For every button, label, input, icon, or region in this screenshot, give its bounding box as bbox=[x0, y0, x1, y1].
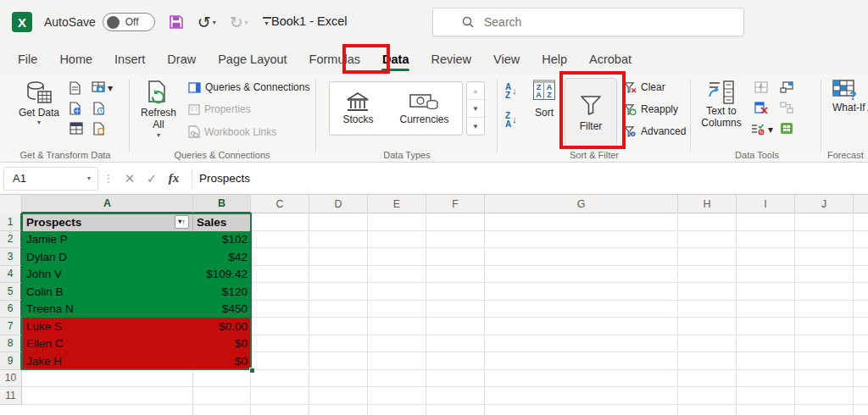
column-header-j[interactable]: J bbox=[795, 195, 854, 213]
search-input[interactable]: Search bbox=[432, 8, 744, 36]
row-header-7[interactable]: 7 bbox=[0, 318, 22, 335]
from-table-range-button[interactable]: ▾ bbox=[92, 81, 113, 94]
autosave-toggle-knob bbox=[107, 16, 120, 29]
column-header-g[interactable]: G bbox=[485, 195, 678, 213]
row-header-8[interactable]: 8 bbox=[0, 335, 22, 353]
tab-data[interactable]: Data bbox=[371, 44, 420, 75]
table-row[interactable]: Colin B $120 bbox=[22, 283, 251, 301]
chevron-down-icon: ▾ bbox=[157, 131, 160, 140]
remove-duplicates-button[interactable] bbox=[754, 102, 768, 113]
row-header-1[interactable]: 1 bbox=[0, 213, 22, 231]
prospect-cell[interactable]: Luke S bbox=[22, 318, 193, 335]
column-header-i[interactable]: I bbox=[737, 195, 795, 213]
cell-b1[interactable]: Sales bbox=[193, 213, 251, 231]
gallery-more-button[interactable]: ▼ bbox=[467, 118, 484, 135]
filter-dropdown-button[interactable]: ▾↑ bbox=[175, 215, 189, 229]
manage-data-model-button[interactable] bbox=[780, 122, 793, 135]
sort-ascending-button[interactable]: AZ↓ bbox=[505, 83, 517, 99]
row-header-5[interactable]: 5 bbox=[0, 283, 22, 301]
what-if-analysis-button[interactable]: ? What-If Analysis bbox=[832, 80, 868, 113]
sales-cell[interactable]: $0 bbox=[193, 335, 251, 353]
sales-cell[interactable]: $42 bbox=[193, 248, 251, 266]
column-header-b[interactable]: B bbox=[193, 195, 251, 213]
row-header-10[interactable]: 10 bbox=[0, 370, 22, 388]
from-text-csv-button[interactable] bbox=[70, 81, 81, 95]
sales-cell[interactable]: $0 bbox=[193, 352, 251, 370]
formula-content[interactable]: Prospects bbox=[199, 172, 250, 185]
consolidate-button[interactable] bbox=[780, 81, 793, 93]
from-web-button[interactable] bbox=[70, 102, 81, 115]
queries-connections-button[interactable]: Queries & Connections bbox=[188, 81, 309, 93]
select-all-corner[interactable] bbox=[0, 195, 22, 213]
prospect-cell[interactable]: Jamie P bbox=[22, 231, 193, 249]
excel-logo-icon[interactable]: X bbox=[12, 12, 32, 32]
sales-cell[interactable]: $109.42 bbox=[193, 266, 251, 284]
table-row[interactable]: John V $109.42 bbox=[22, 266, 251, 284]
table-row[interactable]: Treena N $450 bbox=[22, 301, 251, 318]
tab-file[interactable]: File bbox=[7, 44, 48, 75]
column-header-c[interactable]: C bbox=[251, 195, 309, 213]
column-header-a[interactable]: A bbox=[22, 195, 193, 213]
table-row[interactable]: Luke S $0.00 bbox=[22, 318, 251, 335]
tab-review[interactable]: Review bbox=[420, 44, 482, 75]
prospect-cell[interactable]: Jake H bbox=[22, 352, 193, 370]
recent-sources-button[interactable] bbox=[93, 102, 105, 115]
tab-home[interactable]: Home bbox=[48, 44, 103, 75]
prospect-cell[interactable]: Ellen C bbox=[22, 335, 193, 353]
tab-insert[interactable]: Insert bbox=[103, 44, 156, 75]
sales-cell[interactable]: $102 bbox=[193, 231, 251, 249]
tab-acrobat[interactable]: Acrobat bbox=[578, 44, 643, 75]
insert-function-button[interactable]: fx bbox=[163, 171, 185, 185]
tab-help[interactable]: Help bbox=[531, 44, 578, 75]
row-header-6[interactable]: 6 bbox=[0, 301, 22, 318]
get-data-button[interactable]: Get Data ▾ bbox=[15, 80, 63, 127]
prospect-cell[interactable]: Dylan D bbox=[22, 248, 193, 266]
currency-icon bbox=[409, 91, 439, 113]
tab-draw[interactable]: Draw bbox=[156, 44, 207, 75]
currencies-data-type[interactable]: Currencies bbox=[399, 91, 448, 125]
name-box[interactable]: A1 ▾ bbox=[3, 167, 98, 191]
sort-button[interactable]: ZAAZ Sort bbox=[527, 80, 561, 119]
sort-descending-button[interactable]: ZA↓ bbox=[505, 112, 517, 128]
reapply-filter-button[interactable]: Reapply bbox=[624, 103, 678, 115]
gallery-scroll-down-button[interactable]: ▼ bbox=[467, 100, 484, 118]
advanced-filter-button[interactable]: Advanced bbox=[624, 125, 686, 137]
row-header-9[interactable]: 9 bbox=[0, 352, 22, 370]
column-header-f[interactable]: F bbox=[426, 195, 485, 213]
table-row[interactable]: Jamie P $102 bbox=[22, 231, 251, 249]
row-header-2[interactable]: 2 bbox=[0, 231, 22, 249]
undo-button[interactable]: ↺▾ bbox=[198, 13, 216, 32]
table-row[interactable]: Dylan D $42 bbox=[22, 248, 251, 266]
prospect-cell[interactable]: Colin B bbox=[22, 283, 193, 301]
autosave-toggle[interactable]: Off bbox=[103, 13, 155, 31]
column-header-d[interactable]: D bbox=[309, 195, 368, 213]
cell-a1[interactable]: Prospects ▾↑ bbox=[22, 213, 193, 231]
sales-cell[interactable]: $0.00 bbox=[193, 318, 251, 335]
stocks-data-type[interactable]: Stocks bbox=[342, 91, 373, 125]
prospect-cell[interactable]: John V bbox=[22, 266, 193, 284]
data-validation-button[interactable]: ▾ bbox=[751, 123, 773, 136]
sales-cell[interactable]: $120 bbox=[193, 283, 251, 301]
tab-view[interactable]: View bbox=[482, 44, 531, 75]
refresh-all-button[interactable]: Refresh All ▾ bbox=[136, 80, 181, 139]
existing-connections-button[interactable] bbox=[70, 122, 83, 135]
table-row[interactable]: Ellen C $0 bbox=[22, 335, 251, 353]
undo-dropdown-icon[interactable]: ▾ bbox=[213, 19, 216, 26]
save-button[interactable] bbox=[169, 14, 184, 30]
row-header-3[interactable]: 3 bbox=[0, 248, 22, 266]
column-header-e[interactable]: E bbox=[368, 195, 426, 213]
tab-page-layout[interactable]: Page Layout bbox=[207, 44, 298, 75]
from-database-button[interactable] bbox=[93, 122, 105, 136]
prospect-cell[interactable]: Treena N bbox=[22, 301, 193, 318]
sales-cell[interactable]: $450 bbox=[193, 301, 251, 318]
customize-quick-access-button[interactable]: ▾ bbox=[262, 17, 272, 27]
row-header-4[interactable]: 4 bbox=[0, 266, 22, 284]
table-row[interactable]: Jake H $0 bbox=[22, 352, 251, 370]
clear-filter-button[interactable]: Clear bbox=[624, 81, 665, 93]
text-to-columns-button[interactable]: Text to Columns bbox=[697, 80, 746, 130]
tab-formulas[interactable]: Formulas bbox=[298, 44, 371, 75]
row-header-11[interactable]: 11 bbox=[0, 387, 22, 405]
filter-button[interactable]: Filter bbox=[565, 78, 617, 147]
formula-bar-handle[interactable]: ⋮ bbox=[103, 173, 114, 185]
column-header-h[interactable]: H bbox=[678, 195, 737, 213]
